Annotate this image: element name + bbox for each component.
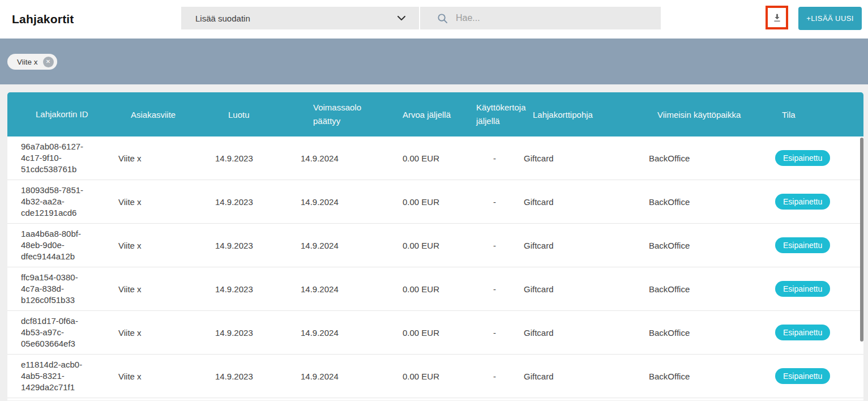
status-badge: Esipainettu: [775, 368, 830, 384]
cell-customer-reference: Viite x: [118, 153, 215, 163]
chevron-down-icon: [397, 16, 405, 21]
cell-customer-reference: Viite x: [118, 328, 215, 338]
add-filter-dropdown-label: Lisää suodatin: [195, 14, 250, 23]
cell-value-left: 0.00 EUR: [403, 328, 476, 338]
cell-giftcard-id: dcf81d17-0f6a-4b53-a97c-05e603664ef3: [7, 315, 118, 349]
cell-last-used-place: BackOffice: [649, 153, 775, 163]
partial-next-row: [7, 398, 863, 400]
cell-status: Esipainettu: [775, 237, 863, 253]
cell-expires: 14.9.2024: [301, 284, 403, 294]
cell-last-used-place: BackOffice: [649, 284, 775, 294]
download-button-highlight-box: [766, 6, 788, 29]
status-badge: Esipainettu: [775, 194, 830, 210]
download-button[interactable]: [771, 11, 784, 24]
cell-status: Esipainettu: [775, 194, 863, 210]
cell-uses-left: -: [476, 372, 524, 381]
cell-last-used-place: BackOffice: [649, 372, 775, 381]
cell-giftcard-id: e11814d2-acb0-4ab5-8321-1429da2c71f1: [7, 359, 118, 393]
cell-expires: 14.9.2024: [301, 241, 403, 250]
table-row[interactable]: ffc9a154-0380-4c7a-838d-b126c0f51b33 Vii…: [7, 267, 863, 311]
top-bar: Lahjakortit Lisää suodatin +LISÄÄ UUSI: [0, 0, 868, 39]
column-header-viimeisin-kayttopaikka: Viimeisin käyttöpaikka: [649, 110, 775, 120]
close-icon[interactable]: ✕: [43, 57, 54, 67]
cell-status: Esipainettu: [775, 325, 863, 340]
cell-expires: 14.9.2024: [301, 153, 403, 163]
cell-giftcard-id: 1aa4b6a8-80bf-48eb-9d0e-dfec9144a12b: [7, 228, 118, 262]
page-title: Lahjakortit: [12, 12, 74, 26]
cell-customer-reference: Viite x: [118, 372, 215, 381]
table-row[interactable]: 1aa4b6a8-80bf-48eb-9d0e-dfec9144a12b Vii…: [7, 224, 863, 267]
cell-template: Giftcard: [524, 328, 649, 338]
cell-customer-reference: Viite x: [118, 241, 215, 250]
column-header-asiakasviite: Asiakasviite: [118, 110, 215, 120]
cell-created: 14.9.2023: [215, 197, 301, 207]
table-body: 96a7ab08-6127-4c17-9f10-51cdc538761b Vii…: [7, 136, 863, 400]
cell-template: Giftcard: [524, 284, 649, 294]
status-badge: Esipainettu: [775, 150, 830, 166]
active-filters-bar: Viite x ✕: [0, 39, 868, 84]
cell-status: Esipainettu: [775, 368, 863, 384]
cell-uses-left: -: [476, 197, 524, 207]
cell-customer-reference: Viite x: [118, 284, 215, 294]
cell-giftcard-id: ffc9a154-0380-4c7a-838d-b126c0f51b33: [7, 272, 118, 306]
search-icon: [437, 13, 448, 24]
cell-template: Giftcard: [524, 241, 649, 250]
download-icon: [772, 12, 783, 23]
search-input[interactable]: [455, 12, 652, 24]
column-header-lahjakorttipohja: Lahjakorttipohja: [524, 110, 649, 120]
cell-created: 14.9.2023: [215, 328, 301, 338]
table-header-row: Lahjakortin ID Asiakasviite Luotu Voimas…: [7, 92, 863, 136]
status-badge: Esipainettu: [775, 237, 830, 253]
cell-uses-left: -: [476, 153, 524, 163]
cell-expires: 14.9.2024: [301, 197, 403, 207]
cell-uses-left: -: [476, 328, 524, 338]
scrollbar[interactable]: [860, 138, 863, 342]
column-header-arvoa-jaljella: Arvoa jäljellä: [403, 110, 476, 120]
table-row[interactable]: 96a7ab08-6127-4c17-9f10-51cdc538761b Vii…: [7, 136, 863, 180]
spacer: [0, 84, 868, 92]
cell-expires: 14.9.2024: [301, 372, 403, 381]
column-header-tila: Tila: [775, 110, 863, 120]
cell-created: 14.9.2023: [215, 153, 301, 163]
cell-value-left: 0.00 EUR: [403, 372, 476, 381]
cell-last-used-place: BackOffice: [649, 328, 775, 338]
cell-created: 14.9.2023: [215, 241, 301, 250]
cell-status: Esipainettu: [775, 281, 863, 297]
cell-uses-left: -: [476, 241, 524, 250]
search-box: [420, 7, 661, 29]
cell-created: 14.9.2023: [215, 284, 301, 294]
cell-value-left: 0.00 EUR: [403, 153, 476, 163]
column-header-kayttokertoja-jaljella: Käyttökertoja jäljellä: [476, 101, 524, 128]
cell-template: Giftcard: [524, 153, 649, 163]
status-badge: Esipainettu: [775, 281, 830, 297]
cell-customer-reference: Viite x: [118, 197, 215, 207]
filter-chip[interactable]: Viite x ✕: [7, 54, 57, 70]
cell-giftcard-id: 96a7ab08-6127-4c17-9f10-51cdc538761b: [7, 141, 118, 175]
cell-expires: 14.9.2024: [301, 328, 403, 338]
cell-template: Giftcard: [524, 372, 649, 381]
status-badge: Esipainettu: [775, 325, 830, 340]
cell-last-used-place: BackOffice: [649, 197, 775, 207]
table-row[interactable]: e11814d2-acb0-4ab5-8321-1429da2c71f1 Vii…: [7, 355, 863, 398]
cell-value-left: 0.00 EUR: [403, 241, 476, 250]
column-header-lahjakortin-id: Lahjakortin ID: [7, 108, 118, 121]
cell-giftcard-id: 18093d58-7851-4b32-aa2a-cde12191acd6: [7, 185, 118, 219]
cell-template: Giftcard: [524, 197, 649, 207]
cell-value-left: 0.00 EUR: [403, 284, 476, 294]
table-row[interactable]: 18093d58-7851-4b32-aa2a-cde12191acd6 Vii…: [7, 180, 863, 224]
add-new-button[interactable]: +LISÄÄ UUSI: [798, 7, 862, 30]
cell-last-used-place: BackOffice: [649, 241, 775, 250]
cell-status: Esipainettu: [775, 150, 863, 166]
cell-created: 14.9.2023: [215, 372, 301, 381]
column-header-voimassaolo-paattyy: Voimassaolo päättyy: [301, 101, 403, 128]
column-header-luotu: Luotu: [215, 110, 301, 120]
add-filter-dropdown[interactable]: Lisää suodatin: [181, 7, 419, 29]
giftcards-table: Lahjakortin ID Asiakasviite Luotu Voimas…: [7, 92, 863, 400]
filter-chip-label: Viite x: [17, 58, 38, 66]
table-row[interactable]: dcf81d17-0f6a-4b53-a97c-05e603664ef3 Vii…: [7, 311, 863, 355]
cell-value-left: 0.00 EUR: [403, 197, 476, 207]
cell-uses-left: -: [476, 284, 524, 294]
